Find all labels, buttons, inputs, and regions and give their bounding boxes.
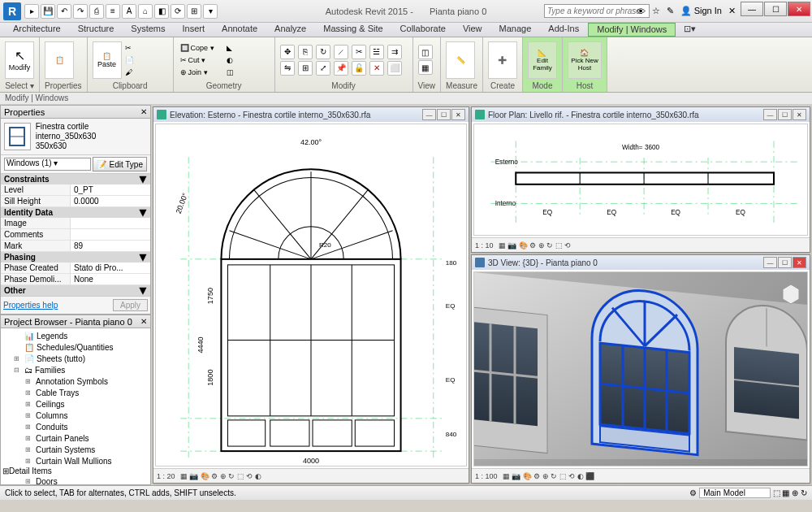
- tree-curtain-mullions[interactable]: ⊞Curtain Wall Mullions: [2, 455, 149, 466]
- qat-print-icon[interactable]: ⎙: [89, 4, 104, 19]
- maximize-button[interactable]: ☐: [764, 2, 787, 16]
- modify-tool-button[interactable]: ↖Modify: [5, 41, 34, 79]
- split-icon[interactable]: ✂: [352, 45, 366, 59]
- elevation-titlebar[interactable]: Elevation: Esterno - Finestra cortile in…: [153, 107, 469, 122]
- create-button[interactable]: ➕: [488, 41, 517, 79]
- scale-icon[interactable]: ⤢: [316, 61, 330, 76]
- tab-structure[interactable]: Structure: [70, 23, 123, 37]
- qat-measure-icon[interactable]: ≡: [106, 4, 120, 19]
- elev-min-icon[interactable]: —: [422, 109, 436, 120]
- geom-btn-3[interactable]: ◫: [225, 67, 270, 78]
- 3d-view-controls[interactable]: 1 : 100 ▦ 📷 🎨 ⚙ ⊕ ↻ ⬚ ⟲ ◐ ⬛: [472, 468, 810, 483]
- tab-analyze[interactable]: Analyze: [266, 23, 315, 37]
- tree-sheets[interactable]: ⊞📄 Sheets (tutto): [2, 353, 149, 364]
- trim-icon[interactable]: ⟋: [334, 45, 348, 59]
- rotate-icon[interactable]: ↻: [316, 45, 330, 59]
- elev-scale[interactable]: 1 : 20: [157, 472, 175, 480]
- align-icon[interactable]: ☱: [369, 45, 384, 59]
- tree-curtain-panels[interactable]: ⊞Curtain Panels: [2, 432, 149, 444]
- qat-save-icon[interactable]: 💾: [41, 4, 55, 19]
- geom-btn-2[interactable]: ◐: [225, 54, 270, 66]
- tree-cable-trays[interactable]: ⊞Cable Trays: [2, 387, 149, 398]
- vc-icon[interactable]: ▦ 📷 🎨 ⚙ ⊕ ↻ ⬚ ⟲ ◐ ⬛: [503, 472, 595, 480]
- move-icon[interactable]: ✥: [280, 45, 295, 59]
- tab-collaborate[interactable]: Collaborate: [392, 23, 455, 37]
- browser-close-icon[interactable]: ✕: [140, 317, 147, 326]
- tab-insert[interactable]: Insert: [175, 23, 214, 37]
- floorplan-canvas[interactable]: Esterno Interno Width= 3600 EQ EQ EQ EQ: [473, 124, 808, 236]
- fp-max-icon[interactable]: ☐: [778, 109, 792, 120]
- mirror-icon[interactable]: ⇋: [280, 61, 295, 76]
- exchange-icon[interactable]: ✕: [728, 6, 736, 16]
- close-button[interactable]: ✕: [788, 2, 810, 16]
- prop-sill-height[interactable]: Sill Height0.0000: [1, 196, 150, 207]
- edit-type-button[interactable]: 📝 Edit Type: [93, 157, 147, 171]
- elev-close-icon[interactable]: ✕: [451, 109, 465, 120]
- qat-dropdown-icon[interactable]: ▾: [203, 4, 218, 19]
- tree-schedules[interactable]: 📋 Schedules/Quantities: [2, 341, 149, 353]
- view-btn-1[interactable]: ◫: [418, 45, 433, 59]
- search-input[interactable]: [544, 4, 650, 18]
- workset-selector[interactable]: Main Model: [699, 488, 771, 498]
- tree-curtain-systems[interactable]: ⊞Curtain Systems: [2, 444, 149, 455]
- group-icon[interactable]: ⬜: [387, 61, 402, 76]
- tree-annotation-symbols[interactable]: ⊞Annotation Symbols: [2, 375, 149, 387]
- join-button[interactable]: ⊕ Join ▾: [179, 67, 223, 78]
- prop-mark[interactable]: Mark89: [1, 241, 150, 252]
- offset-icon[interactable]: ⇉: [387, 45, 402, 59]
- floorplan-view-controls[interactable]: 1 : 10 ▦ 📷 🎨 ⚙ ⊕ ↻ ⬚ ⟲: [472, 237, 810, 252]
- fp-min-icon[interactable]: —: [763, 109, 777, 120]
- vc-icon[interactable]: ▦ 📷 🎨 ⚙ ⊕ ↻ ⬚ ⟲ ◐: [180, 472, 261, 480]
- tab-addins[interactable]: Add-Ins: [540, 23, 588, 37]
- tree-doors[interactable]: ⊞Doors: [2, 475, 149, 485]
- cat-constraints[interactable]: Constraints⯆: [1, 174, 150, 184]
- 3d-min-icon[interactable]: —: [763, 257, 777, 268]
- cut-geom-button[interactable]: ✂ Cut ▾: [179, 54, 223, 66]
- tree-conduits[interactable]: ⊞Conduits: [2, 421, 149, 432]
- qat-sync-icon[interactable]: ⟳: [171, 4, 185, 19]
- pick-host-button[interactable]: 🏠Pick New Host: [568, 41, 602, 79]
- cope-button[interactable]: 🔲 Cope ▾: [179, 42, 223, 54]
- qat-3d-icon[interactable]: ⌂: [138, 4, 153, 19]
- vc-icon[interactable]: ▦ 📷 🎨 ⚙ ⊕ ↻ ⬚ ⟲: [499, 241, 572, 249]
- tree-families[interactable]: ⊟🗂 Families: [2, 364, 149, 375]
- communication-icon[interactable]: ☆: [652, 6, 660, 16]
- properties-help-link[interactable]: Properties help: [3, 301, 58, 310]
- properties-close-icon[interactable]: ✕: [140, 107, 147, 116]
- category-selector[interactable]: Windows (1) ▾: [4, 158, 91, 171]
- tree-legends[interactable]: 📊 Legends: [2, 330, 149, 341]
- subscription-icon[interactable]: ✎: [667, 6, 674, 16]
- 3d-max-icon[interactable]: ☐: [778, 257, 792, 268]
- prop-comments[interactable]: Comments: [1, 229, 150, 241]
- prop-phase-demolished[interactable]: Phase Demoli...None: [1, 274, 150, 285]
- array-icon[interactable]: ⊞: [298, 61, 313, 76]
- 3d-canvas[interactable]: [473, 271, 808, 466]
- tab-modify-windows[interactable]: Modify | Windows: [588, 23, 676, 37]
- delete-icon[interactable]: ✕: [369, 61, 384, 76]
- copy-clipboard-button[interactable]: 📄: [123, 54, 168, 66]
- sign-in-button[interactable]: 👤 Sign In: [680, 6, 722, 16]
- prop-level[interactable]: Level0_PT: [1, 184, 150, 196]
- qat-switch-icon[interactable]: ⊞: [187, 4, 201, 19]
- elevation-view-controls[interactable]: 1 : 20 ▦ 📷 🎨 ⚙ ⊕ ↻ ⬚ ⟲ ◐: [153, 468, 469, 483]
- filter-icon[interactable]: ⚙: [689, 488, 697, 497]
- fp-scale[interactable]: 1 : 10: [475, 241, 494, 249]
- tree-ceilings[interactable]: ⊞Ceilings: [2, 398, 149, 410]
- copy-icon[interactable]: ⎘: [298, 45, 313, 59]
- qat-redo-icon[interactable]: ↷: [73, 4, 88, 19]
- app-logo-icon[interactable]: R: [3, 2, 21, 20]
- edit-family-button[interactable]: 📐Edit Family: [528, 41, 557, 79]
- tab-view[interactable]: View: [455, 23, 491, 37]
- qat-undo-icon[interactable]: ↶: [57, 4, 71, 19]
- status-tools-icon[interactable]: ⬚ ▦ ⊕ ↻: [773, 488, 807, 497]
- view-btn-2[interactable]: ▦: [418, 60, 433, 75]
- qat-section-icon[interactable]: ◧: [154, 4, 169, 19]
- tab-annotate[interactable]: Annotate: [214, 23, 266, 37]
- cat-identity[interactable]: Identity Data⯆: [1, 207, 150, 218]
- cat-phasing[interactable]: Phasing⯆: [1, 252, 150, 263]
- apply-button[interactable]: Apply: [113, 299, 148, 311]
- tab-massing[interactable]: Massing & Site: [315, 23, 391, 37]
- measure-button[interactable]: 📏: [446, 41, 475, 79]
- pin-icon[interactable]: 📌: [334, 61, 348, 76]
- tab-architecture[interactable]: Architecture: [5, 23, 70, 37]
